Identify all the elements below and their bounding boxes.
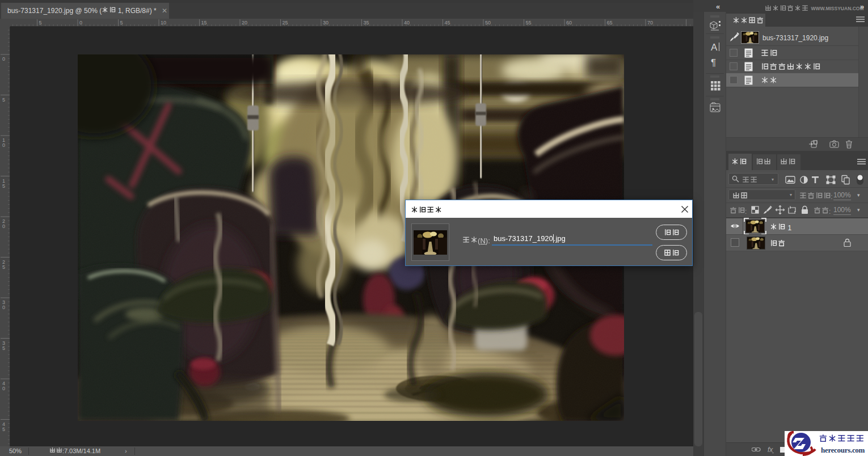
svg-text:fx: fx bbox=[768, 446, 773, 453]
svg-text:¶: ¶ bbox=[711, 57, 716, 68]
svg-text:0: 0 bbox=[79, 20, 82, 26]
svg-text:60: 60 bbox=[566, 20, 572, 26]
svg-text:0: 0 bbox=[2, 223, 5, 229]
svg-text:5: 5 bbox=[120, 20, 123, 26]
svg-text:55: 55 bbox=[526, 20, 532, 26]
svg-text:0: 0 bbox=[2, 386, 5, 391]
svg-text:40: 40 bbox=[404, 20, 410, 26]
svg-text:5: 5 bbox=[2, 345, 5, 351]
svg-text:0: 0 bbox=[2, 142, 5, 148]
svg-text:65: 65 bbox=[607, 20, 613, 26]
svg-text:0: 0 bbox=[2, 56, 5, 62]
svg-text:5: 5 bbox=[2, 97, 5, 103]
svg-text:30: 30 bbox=[323, 20, 328, 26]
svg-text:70: 70 bbox=[647, 20, 653, 26]
svg-text:5: 5 bbox=[39, 20, 42, 26]
svg-text:5: 5 bbox=[2, 183, 5, 189]
svg-text:45: 45 bbox=[445, 20, 450, 26]
svg-text:25: 25 bbox=[283, 20, 288, 26]
svg-text:20: 20 bbox=[242, 20, 247, 26]
svg-text:15: 15 bbox=[201, 20, 207, 26]
svg-text:35: 35 bbox=[364, 20, 369, 26]
svg-text:50: 50 bbox=[485, 20, 491, 26]
svg-text:0: 0 bbox=[2, 305, 5, 310]
svg-text:5: 5 bbox=[2, 427, 5, 432]
svg-text:A: A bbox=[711, 42, 718, 53]
svg-text:5: 5 bbox=[2, 264, 5, 270]
svg-text:10: 10 bbox=[161, 20, 166, 26]
